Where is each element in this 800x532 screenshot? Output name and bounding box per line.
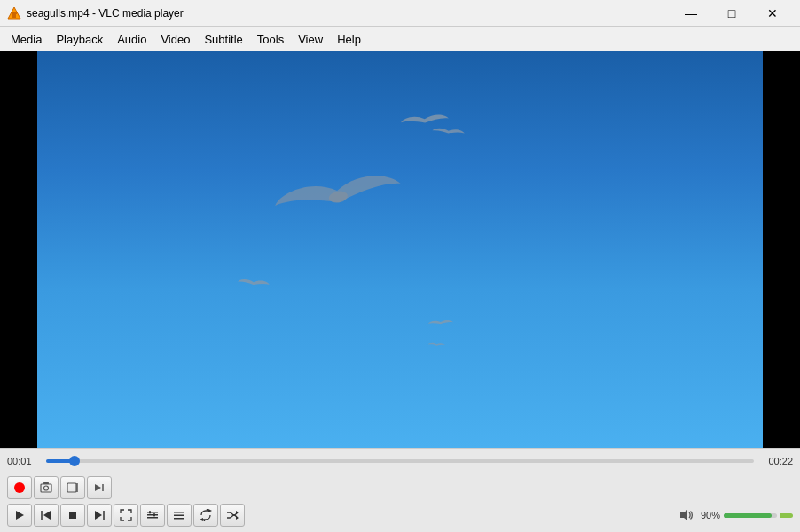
svg-rect-24 bbox=[174, 518, 184, 520]
fullscreen-icon bbox=[120, 509, 132, 521]
play-icon bbox=[14, 510, 25, 520]
menu-playback[interactable]: Playback bbox=[49, 29, 110, 50]
svg-rect-19 bbox=[147, 517, 158, 519]
snapshot-icon bbox=[40, 481, 52, 494]
menu-bar: Media Playback Audio Video Subtitle Tool… bbox=[0, 27, 800, 51]
menu-media[interactable]: Media bbox=[4, 29, 49, 50]
left-letterbox bbox=[0, 51, 37, 448]
svg-rect-6 bbox=[43, 482, 49, 484]
prev-chapter-button[interactable] bbox=[34, 504, 59, 527]
svg-marker-27 bbox=[236, 511, 239, 514]
svg-marker-16 bbox=[95, 511, 102, 520]
volume-fill bbox=[724, 513, 772, 518]
volume-icon bbox=[679, 508, 694, 522]
seagulls-svg bbox=[75, 51, 725, 418]
stop-icon bbox=[67, 510, 78, 520]
right-letterbox bbox=[763, 51, 800, 448]
playlist-icon bbox=[173, 509, 185, 521]
video-area bbox=[0, 51, 800, 448]
random-button[interactable] bbox=[220, 504, 245, 527]
snapshot-button[interactable] bbox=[34, 476, 59, 499]
extended-settings-button[interactable] bbox=[140, 504, 165, 527]
progress-bar[interactable] bbox=[46, 459, 754, 463]
step-frame-button[interactable] bbox=[87, 476, 112, 499]
step-frame-icon bbox=[93, 481, 106, 494]
svg-rect-23 bbox=[174, 515, 184, 517]
volume-extra bbox=[780, 513, 793, 518]
svg-marker-26 bbox=[200, 518, 203, 521]
fullscreen-button[interactable] bbox=[114, 504, 138, 527]
svg-marker-13 bbox=[43, 511, 51, 520]
record-icon bbox=[14, 482, 25, 493]
maximize-button[interactable]: □ bbox=[711, 0, 752, 27]
video-frame bbox=[37, 51, 763, 448]
close-button[interactable]: ✕ bbox=[752, 0, 793, 27]
svg-rect-7 bbox=[67, 483, 76, 492]
prev-icon bbox=[40, 509, 52, 521]
loop-icon bbox=[200, 509, 212, 521]
minimize-button[interactable]: — bbox=[671, 0, 711, 27]
volume-slider[interactable] bbox=[724, 513, 777, 518]
volume-percent: 90% bbox=[701, 510, 720, 520]
play-button[interactable] bbox=[7, 504, 32, 527]
progress-row: 00:01 00:22 bbox=[0, 449, 800, 473]
svg-rect-2 bbox=[12, 12, 17, 14]
controls-area: 00:01 00:22 bbox=[0, 448, 800, 532]
volume-area: 90% bbox=[676, 505, 793, 526]
loop-button[interactable] bbox=[193, 504, 218, 527]
next-icon bbox=[93, 509, 106, 521]
window-title: seagulls.mp4 - VLC media player bbox=[27, 7, 671, 20]
svg-rect-14 bbox=[69, 512, 76, 519]
playlist-button[interactable] bbox=[167, 504, 192, 527]
progress-thumb[interactable] bbox=[69, 456, 80, 466]
record-button[interactable] bbox=[7, 476, 32, 499]
stop-button[interactable] bbox=[60, 504, 85, 527]
svg-rect-18 bbox=[147, 514, 158, 516]
svg-marker-25 bbox=[208, 509, 212, 512]
menu-view[interactable]: View bbox=[291, 29, 330, 50]
svg-rect-4 bbox=[41, 484, 51, 492]
svg-marker-28 bbox=[236, 516, 239, 520]
svg-rect-21 bbox=[153, 513, 155, 517]
menu-help[interactable]: Help bbox=[330, 29, 368, 50]
svg-point-5 bbox=[44, 486, 49, 490]
vlc-icon bbox=[7, 6, 21, 20]
svg-rect-22 bbox=[174, 512, 184, 513]
next-chapter-button[interactable] bbox=[87, 504, 112, 527]
time-total: 00:22 bbox=[761, 456, 793, 466]
menu-tools[interactable]: Tools bbox=[250, 29, 291, 50]
loop-frame-icon bbox=[67, 481, 79, 494]
menu-subtitle[interactable]: Subtitle bbox=[197, 29, 249, 50]
transport-buttons-row1 bbox=[0, 473, 800, 502]
menu-video[interactable]: Video bbox=[153, 29, 197, 50]
window-controls: — □ ✕ bbox=[671, 0, 793, 27]
extended-icon bbox=[146, 509, 159, 521]
svg-rect-20 bbox=[149, 511, 151, 514]
volume-button[interactable] bbox=[676, 505, 697, 526]
svg-rect-17 bbox=[147, 512, 158, 513]
svg-marker-9 bbox=[95, 484, 101, 491]
time-current: 00:01 bbox=[7, 456, 39, 466]
svg-marker-29 bbox=[680, 510, 687, 520]
title-bar: seagulls.mp4 - VLC media player — □ ✕ bbox=[0, 0, 800, 27]
menu-audio[interactable]: Audio bbox=[110, 29, 153, 50]
random-icon bbox=[226, 509, 239, 521]
svg-marker-11 bbox=[16, 511, 24, 520]
loop-frame-button[interactable] bbox=[60, 476, 85, 499]
transport-buttons-row2: 90% bbox=[0, 502, 800, 532]
